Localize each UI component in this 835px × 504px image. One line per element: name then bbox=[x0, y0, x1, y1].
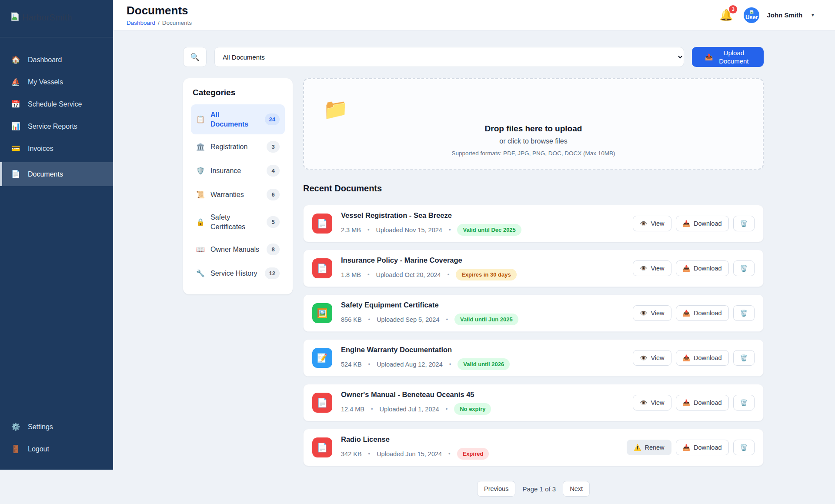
eye-icon: 👁️ bbox=[640, 310, 647, 317]
meta-separator: • bbox=[448, 451, 451, 457]
document-meta: 342 KB•Uploaded Jun 15, 2024•Expired bbox=[341, 448, 618, 460]
document-title: Safety Equipment Certificate bbox=[341, 301, 624, 309]
download-button[interactable]: 📥Download bbox=[676, 350, 729, 366]
category-item-warranties[interactable]: 📜Warranties6 bbox=[191, 183, 285, 206]
document-actions: 👁️View📥Download🗑️ bbox=[633, 305, 755, 321]
download-button[interactable]: 📥Download bbox=[676, 440, 729, 455]
category-label: Registration bbox=[210, 142, 261, 152]
document-title: Radio License bbox=[341, 435, 618, 444]
breadcrumb-link-dashboard[interactable]: Dashboard bbox=[127, 20, 155, 26]
warning-icon: ⚠️ bbox=[634, 444, 641, 451]
document-actions: 👁️View📥Download🗑️ bbox=[633, 260, 755, 276]
status-badge: Valid until Jun 2025 bbox=[454, 314, 518, 325]
view-button[interactable]: 👁️View bbox=[633, 260, 671, 276]
upload-document-button[interactable]: 📤 Upload Document bbox=[692, 47, 764, 67]
download-button[interactable]: 📥Download bbox=[676, 260, 729, 276]
meta-separator: • bbox=[446, 406, 448, 412]
category-count-badge: 6 bbox=[267, 189, 280, 200]
trash-icon: 🗑️ bbox=[740, 310, 748, 317]
document-title: Vessel Registration - Sea Breeze bbox=[341, 211, 624, 220]
header-actions: 🔔 3 User John Smith ▼ bbox=[719, 7, 815, 23]
view-button[interactable]: 👁️View bbox=[633, 350, 671, 366]
document-uploaded-date: Uploaded Nov 15, 2024 bbox=[376, 227, 442, 234]
avatar[interactable]: User bbox=[744, 7, 759, 23]
delete-button[interactable]: 🗑️ bbox=[733, 440, 755, 455]
sidebar-item-invoices[interactable]: 💳Invoices bbox=[0, 137, 113, 160]
notifications-button[interactable]: 🔔 3 bbox=[719, 9, 733, 21]
category-item-owner-manuals[interactable]: 📖Owner Manuals8 bbox=[191, 238, 285, 261]
category-item-service-history[interactable]: 🔧Service History12 bbox=[191, 262, 285, 285]
recent-documents-list: 📄Vessel Registration - Sea Breeze2.3 MB•… bbox=[303, 205, 764, 466]
sidebar-item-label: Schedule Service bbox=[28, 100, 82, 108]
meta-separator: • bbox=[367, 271, 370, 278]
download-button[interactable]: 📥Download bbox=[676, 395, 729, 411]
document-filter-select[interactable]: All Documents bbox=[214, 47, 684, 67]
image-file-icon: 🖼️ bbox=[312, 303, 332, 323]
meta-separator: • bbox=[449, 361, 451, 367]
breadcrumb: Dashboard / Documents bbox=[127, 20, 192, 26]
category-label: Insurance bbox=[210, 166, 261, 176]
category-item-registration[interactable]: 🏛️Registration3 bbox=[191, 135, 285, 158]
memo-file-icon: 📝 bbox=[312, 348, 332, 368]
view-button-label: View bbox=[651, 354, 664, 361]
category-label: Safety Certificates bbox=[210, 213, 261, 231]
category-item-all-documents[interactable]: 📋All Documents24 bbox=[191, 104, 285, 134]
previous-page-button[interactable]: Previous bbox=[477, 481, 515, 497]
upload-icon: 📤 bbox=[705, 53, 713, 61]
document-size: 342 KB bbox=[341, 451, 362, 457]
download-icon: 📥 bbox=[683, 444, 690, 451]
file-dropzone[interactable]: 📁 Drop files here to upload or click to … bbox=[303, 78, 764, 170]
download-button-label: Download bbox=[694, 220, 722, 227]
view-button[interactable]: 👁️View bbox=[633, 216, 671, 231]
view-button[interactable]: 👁️View bbox=[633, 305, 671, 321]
document-size: 856 KB bbox=[341, 316, 362, 323]
document-info: Insurance Policy - Marine Coverage1.8 MB… bbox=[341, 256, 624, 280]
trash-icon: 🗑️ bbox=[740, 444, 748, 451]
delete-button[interactable]: 🗑️ bbox=[733, 216, 755, 231]
document-size: 12.4 MB bbox=[341, 406, 364, 413]
delete-button[interactable]: 🗑️ bbox=[733, 260, 755, 276]
sidebar-item-service-reports[interactable]: 📊Service Reports bbox=[0, 115, 113, 137]
document-row: 📄Radio License342 KB•Uploaded Jun 15, 20… bbox=[303, 429, 764, 466]
calendar-icon: 📅 bbox=[10, 100, 21, 109]
sidebar-nav: 🏠Dashboard⛵My Vessels📅Schedule Service📊S… bbox=[0, 37, 113, 186]
view-button[interactable]: 👁️View bbox=[633, 395, 671, 411]
search-button[interactable]: 🔍 bbox=[183, 47, 207, 67]
delete-button[interactable]: 🗑️ bbox=[733, 305, 755, 321]
document-row: 🖼️Safety Equipment Certificate856 KB•Upl… bbox=[303, 294, 764, 332]
page-header: Documents Dashboard / Documents 🔔 3 User… bbox=[113, 0, 835, 30]
document-row: 📄Owner's Manual - Beneteau Oceanis 4512.… bbox=[303, 384, 764, 421]
next-page-button[interactable]: Next bbox=[563, 481, 590, 497]
user-name[interactable]: John Smith bbox=[767, 11, 802, 19]
document-info: Vessel Registration - Sea Breeze2.3 MB•U… bbox=[341, 211, 624, 236]
category-item-insurance[interactable]: 🛡️Insurance4 bbox=[191, 159, 285, 182]
document-actions: 👁️View📥Download🗑️ bbox=[633, 350, 755, 366]
sidebar-item-documents[interactable]: 📄Documents bbox=[0, 162, 113, 186]
pdf-file-icon: 📄 bbox=[312, 258, 332, 278]
delete-button[interactable]: 🗑️ bbox=[733, 395, 755, 411]
dropzone-formats: Supported formats: PDF, JPG, PNG, DOC, D… bbox=[304, 150, 763, 157]
view-button-label: View bbox=[651, 265, 664, 272]
eye-icon: 👁️ bbox=[640, 354, 647, 361]
meta-separator: • bbox=[368, 451, 371, 457]
delete-button[interactable]: 🗑️ bbox=[733, 350, 755, 366]
sidebar-item-settings[interactable]: ⚙️Settings bbox=[0, 416, 113, 438]
trash-icon: 🗑️ bbox=[740, 399, 748, 406]
meta-separator: • bbox=[368, 316, 371, 323]
sidebar-item-logout[interactable]: 🚪Logout bbox=[0, 438, 113, 460]
sidebar-item-my-vessels[interactable]: ⛵My Vessels bbox=[0, 71, 113, 93]
document-title: Insurance Policy - Marine Coverage bbox=[341, 256, 624, 264]
pagination: Previous Page 1 of 3 Next bbox=[303, 481, 764, 504]
category-count-badge: 12 bbox=[265, 267, 280, 279]
download-button-label: Download bbox=[694, 354, 722, 361]
category-item-safety-certificates[interactable]: 🔒Safety Certificates5 bbox=[191, 207, 285, 237]
download-button[interactable]: 📥Download bbox=[676, 216, 729, 231]
lock-icon: 🔒 bbox=[196, 218, 205, 226]
renew-button[interactable]: ⚠️Renew bbox=[627, 440, 671, 455]
download-icon: 📥 bbox=[683, 354, 690, 361]
chevron-down-icon[interactable]: ▼ bbox=[811, 13, 815, 17]
categories-panel: Categories 📋All Documents24🏛️Registratio… bbox=[183, 78, 293, 294]
sidebar-item-dashboard[interactable]: 🏠Dashboard bbox=[0, 49, 113, 71]
download-button[interactable]: 📥Download bbox=[676, 305, 729, 321]
sidebar-item-schedule-service[interactable]: 📅Schedule Service bbox=[0, 93, 113, 115]
